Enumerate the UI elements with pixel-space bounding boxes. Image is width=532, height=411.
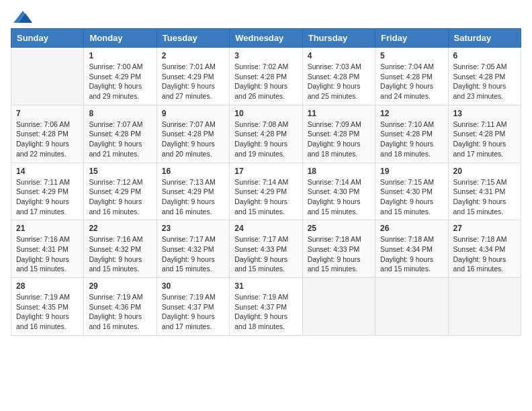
day-of-week-header: Saturday [448, 29, 521, 48]
calendar-cell: 7Sunrise: 7:06 AM Sunset: 4:28 PM Daylig… [11, 105, 84, 163]
calendar-cell: 4Sunrise: 7:03 AM Sunset: 4:28 PM Daylig… [302, 48, 375, 105]
day-number: 10 [234, 109, 297, 118]
logo [11, 11, 32, 23]
logo-icon [13, 11, 32, 23]
day-info: Sunrise: 7:13 AM Sunset: 4:29 PM Dayligh… [162, 177, 224, 217]
day-of-week-header: Thursday [302, 29, 375, 48]
calendar-cell: 12Sunrise: 7:10 AM Sunset: 4:28 PM Dayli… [375, 105, 448, 163]
calendar-cell: 9Sunrise: 7:07 AM Sunset: 4:28 PM Daylig… [157, 105, 229, 163]
day-info: Sunrise: 7:10 AM Sunset: 4:28 PM Dayligh… [380, 120, 443, 159]
calendar-cell: 22Sunrise: 7:16 AM Sunset: 4:32 PM Dayli… [84, 220, 157, 278]
day-number: 15 [89, 167, 151, 176]
day-number: 27 [453, 224, 516, 233]
calendar-week-row: 7Sunrise: 7:06 AM Sunset: 4:28 PM Daylig… [11, 105, 521, 163]
day-info: Sunrise: 7:19 AM Sunset: 4:37 PM Dayligh… [234, 292, 297, 332]
day-info: Sunrise: 7:19 AM Sunset: 4:37 PM Dayligh… [162, 292, 224, 332]
calendar-cell: 31Sunrise: 7:19 AM Sunset: 4:37 PM Dayli… [230, 278, 302, 336]
day-number: 7 [16, 109, 79, 118]
day-info: Sunrise: 7:17 AM Sunset: 4:33 PM Dayligh… [234, 234, 297, 274]
day-info: Sunrise: 7:11 AM Sunset: 4:28 PM Dayligh… [453, 120, 516, 159]
day-number: 23 [162, 224, 224, 233]
calendar-cell: 15Sunrise: 7:12 AM Sunset: 4:29 PM Dayli… [84, 163, 157, 220]
day-info: Sunrise: 7:05 AM Sunset: 4:28 PM Dayligh… [453, 62, 516, 101]
calendar-cell: 8Sunrise: 7:07 AM Sunset: 4:28 PM Daylig… [84, 105, 157, 163]
calendar-cell [11, 48, 84, 105]
day-of-week-header: Monday [84, 29, 157, 48]
calendar-cell: 19Sunrise: 7:15 AM Sunset: 4:30 PM Dayli… [375, 163, 448, 220]
day-info: Sunrise: 7:18 AM Sunset: 4:34 PM Dayligh… [380, 234, 443, 274]
day-info: Sunrise: 7:06 AM Sunset: 4:28 PM Dayligh… [16, 120, 79, 159]
calendar-cell: 16Sunrise: 7:13 AM Sunset: 4:29 PM Dayli… [157, 163, 229, 220]
day-number: 12 [380, 109, 443, 118]
day-info: Sunrise: 7:04 AM Sunset: 4:28 PM Dayligh… [380, 62, 443, 101]
day-number: 29 [89, 281, 151, 291]
calendar-body: 1Sunrise: 7:00 AM Sunset: 4:29 PM Daylig… [11, 48, 521, 336]
day-number: 28 [16, 281, 79, 291]
day-number: 24 [234, 224, 297, 233]
day-number: 8 [89, 109, 151, 118]
day-info: Sunrise: 7:12 AM Sunset: 4:29 PM Dayligh… [89, 177, 151, 217]
day-number: 20 [453, 167, 516, 176]
day-number: 13 [453, 109, 516, 118]
day-number: 16 [162, 167, 224, 176]
day-number: 3 [234, 51, 297, 60]
calendar-cell: 21Sunrise: 7:16 AM Sunset: 4:31 PM Dayli… [11, 220, 84, 278]
day-info: Sunrise: 7:18 AM Sunset: 4:34 PM Dayligh… [453, 234, 516, 274]
day-of-week-header: Friday [375, 29, 448, 48]
calendar-cell: 20Sunrise: 7:15 AM Sunset: 4:31 PM Dayli… [448, 163, 521, 220]
day-number: 6 [453, 51, 516, 60]
day-info: Sunrise: 7:02 AM Sunset: 4:28 PM Dayligh… [234, 62, 297, 101]
calendar-cell [448, 278, 521, 336]
day-number: 30 [162, 281, 224, 291]
day-info: Sunrise: 7:15 AM Sunset: 4:31 PM Dayligh… [453, 177, 516, 217]
day-number: 1 [89, 51, 151, 60]
day-info: Sunrise: 7:17 AM Sunset: 4:32 PM Dayligh… [162, 234, 224, 274]
day-info: Sunrise: 7:15 AM Sunset: 4:30 PM Dayligh… [380, 177, 443, 217]
calendar-week-row: 14Sunrise: 7:11 AM Sunset: 4:29 PM Dayli… [11, 163, 521, 220]
calendar-week-row: 21Sunrise: 7:16 AM Sunset: 4:31 PM Dayli… [11, 220, 521, 278]
day-info: Sunrise: 7:08 AM Sunset: 4:28 PM Dayligh… [234, 120, 297, 159]
calendar-cell: 30Sunrise: 7:19 AM Sunset: 4:37 PM Dayli… [157, 278, 229, 336]
day-info: Sunrise: 7:14 AM Sunset: 4:30 PM Dayligh… [308, 177, 370, 217]
day-of-week-header: Tuesday [157, 29, 229, 48]
calendar-cell: 28Sunrise: 7:19 AM Sunset: 4:35 PM Dayli… [11, 278, 84, 336]
day-info: Sunrise: 7:19 AM Sunset: 4:35 PM Dayligh… [16, 292, 79, 332]
day-info: Sunrise: 7:09 AM Sunset: 4:28 PM Dayligh… [308, 120, 370, 159]
calendar-cell: 18Sunrise: 7:14 AM Sunset: 4:30 PM Dayli… [302, 163, 375, 220]
day-info: Sunrise: 7:07 AM Sunset: 4:28 PM Dayligh… [162, 120, 224, 159]
calendar-cell: 14Sunrise: 7:11 AM Sunset: 4:29 PM Dayli… [11, 163, 84, 220]
calendar-cell: 13Sunrise: 7:11 AM Sunset: 4:28 PM Dayli… [448, 105, 521, 163]
day-info: Sunrise: 7:03 AM Sunset: 4:28 PM Dayligh… [308, 62, 370, 101]
calendar-cell: 23Sunrise: 7:17 AM Sunset: 4:32 PM Dayli… [157, 220, 229, 278]
day-info: Sunrise: 7:11 AM Sunset: 4:29 PM Dayligh… [16, 177, 79, 217]
calendar-table: SundayMondayTuesdayWednesdayThursdayFrid… [11, 28, 521, 336]
day-number: 11 [308, 109, 370, 118]
day-number: 17 [234, 167, 297, 176]
calendar-cell: 5Sunrise: 7:04 AM Sunset: 4:28 PM Daylig… [375, 48, 448, 105]
day-info: Sunrise: 7:07 AM Sunset: 4:28 PM Dayligh… [89, 120, 151, 159]
calendar-week-row: 1Sunrise: 7:00 AM Sunset: 4:29 PM Daylig… [11, 48, 521, 105]
calendar-week-row: 28Sunrise: 7:19 AM Sunset: 4:35 PM Dayli… [11, 278, 521, 336]
day-info: Sunrise: 7:00 AM Sunset: 4:29 PM Dayligh… [89, 62, 151, 101]
calendar-cell: 25Sunrise: 7:18 AM Sunset: 4:33 PM Dayli… [302, 220, 375, 278]
calendar-cell: 10Sunrise: 7:08 AM Sunset: 4:28 PM Dayli… [230, 105, 302, 163]
day-number: 19 [380, 167, 443, 176]
day-info: Sunrise: 7:16 AM Sunset: 4:31 PM Dayligh… [16, 234, 79, 274]
calendar-cell [302, 278, 375, 336]
day-number: 31 [234, 281, 297, 291]
day-info: Sunrise: 7:19 AM Sunset: 4:36 PM Dayligh… [89, 292, 151, 332]
calendar-cell: 27Sunrise: 7:18 AM Sunset: 4:34 PM Dayli… [448, 220, 521, 278]
day-info: Sunrise: 7:01 AM Sunset: 4:29 PM Dayligh… [162, 62, 224, 101]
day-of-week-header: Wednesday [230, 29, 302, 48]
day-number: 22 [89, 224, 151, 233]
calendar-cell: 6Sunrise: 7:05 AM Sunset: 4:28 PM Daylig… [448, 48, 521, 105]
calendar-cell: 11Sunrise: 7:09 AM Sunset: 4:28 PM Dayli… [302, 105, 375, 163]
day-number: 21 [16, 224, 79, 233]
calendar-cell: 2Sunrise: 7:01 AM Sunset: 4:29 PM Daylig… [157, 48, 229, 105]
day-info: Sunrise: 7:14 AM Sunset: 4:29 PM Dayligh… [234, 177, 297, 217]
calendar-cell: 3Sunrise: 7:02 AM Sunset: 4:28 PM Daylig… [230, 48, 302, 105]
day-number: 26 [380, 224, 443, 233]
calendar-cell: 26Sunrise: 7:18 AM Sunset: 4:34 PM Dayli… [375, 220, 448, 278]
day-number: 5 [380, 51, 443, 60]
day-number: 2 [162, 51, 224, 60]
